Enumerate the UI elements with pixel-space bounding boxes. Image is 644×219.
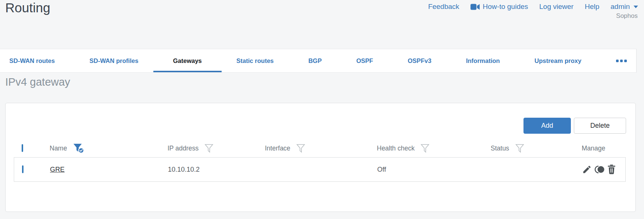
feedback-link[interactable]: Feedback xyxy=(428,3,459,11)
add-button[interactable]: Add xyxy=(523,118,571,134)
column-header-manage: Manage xyxy=(582,145,605,152)
filter-icon[interactable] xyxy=(421,144,429,153)
column-header-status: Status xyxy=(491,145,509,152)
delete-button[interactable]: Delete xyxy=(574,118,626,134)
tab-ospfv3[interactable]: OSPFv3 xyxy=(408,49,431,72)
video-camera-icon xyxy=(471,4,480,10)
tab-sd-wan-routes[interactable]: SD-WAN routes xyxy=(9,49,55,72)
filter-icon[interactable] xyxy=(296,144,305,153)
tab-information[interactable]: Information xyxy=(466,49,500,72)
filter-icon[interactable] xyxy=(204,144,213,153)
routing-tab-bar: SD-WAN routes SD-WAN profiles Gateways S… xyxy=(0,49,637,73)
column-header-ip-address: IP address xyxy=(168,145,198,152)
gateway-name-link[interactable]: GRE xyxy=(50,166,65,173)
feedback-label: Feedback xyxy=(428,3,459,11)
clone-icon[interactable] xyxy=(594,165,605,174)
row-checkbox[interactable] xyxy=(22,165,24,173)
brand-label: Sophos xyxy=(616,12,638,20)
column-header-health-check: Health check xyxy=(377,145,415,152)
table-row: GRE 10.10.10.2 Off xyxy=(14,157,626,182)
page-title: Routing xyxy=(5,0,50,15)
caret-down-icon xyxy=(634,6,638,8)
section-title: IPv4 gateway xyxy=(5,76,70,88)
filter-icon[interactable] xyxy=(515,144,524,153)
tab-sd-wan-profiles[interactable]: SD-WAN profiles xyxy=(90,49,138,72)
more-tabs-ellipsis-icon[interactable] xyxy=(616,49,627,72)
tab-static-routes[interactable]: Static routes xyxy=(237,49,274,72)
column-header-interface: Interface xyxy=(265,145,290,152)
gateway-ip-address: 10.10.10.2 xyxy=(168,166,265,174)
table-toolbar: Add Delete xyxy=(523,118,626,134)
manage-actions xyxy=(582,165,625,174)
tab-gateways[interactable]: Gateways xyxy=(173,49,202,72)
edit-pencil-icon[interactable] xyxy=(582,165,592,174)
gateway-health-check: Off xyxy=(377,166,491,174)
select-all-checkbox[interactable] xyxy=(22,144,23,152)
tab-bgp[interactable]: BGP xyxy=(308,49,322,72)
tab-ospf[interactable]: OSPF xyxy=(356,49,373,72)
table-header-row: Name IP address Interface Health check xyxy=(14,139,626,157)
log-viewer-label: Log viewer xyxy=(539,3,573,11)
trash-icon[interactable] xyxy=(607,165,616,174)
tab-upstream-proxy[interactable]: Upstream proxy xyxy=(535,49,582,72)
admin-label: admin xyxy=(610,3,630,11)
admin-menu[interactable]: admin xyxy=(610,3,638,11)
how-to-guides-link[interactable]: How-to guides xyxy=(471,3,528,11)
log-viewer-link[interactable]: Log viewer xyxy=(539,3,573,11)
help-label: Help xyxy=(585,3,599,11)
filter-active-icon[interactable] xyxy=(73,143,84,153)
how-to-guides-label: How-to guides xyxy=(483,3,528,11)
column-header-name: Name xyxy=(50,145,67,152)
header-links: Feedback How-to guides Log viewer Help a… xyxy=(428,3,638,11)
help-link[interactable]: Help xyxy=(585,3,599,11)
ipv4-gateway-card: Add Delete Name IP address Interface xyxy=(5,103,636,212)
